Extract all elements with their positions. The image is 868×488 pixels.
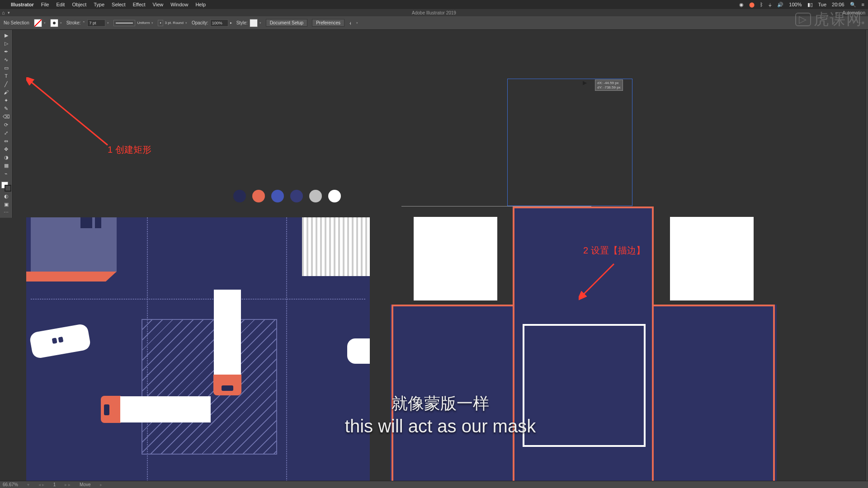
measure-tooltip: dX: -44.59 px dY: -738.59 px: [595, 80, 623, 91]
zoom-level[interactable]: 66.67%: [3, 482, 18, 487]
fill-stroke-swatch[interactable]: [1, 182, 11, 192]
annotation-1: 1 创建矩形: [108, 144, 151, 156]
doc-arrange-icon[interactable]: ▾: [8, 10, 10, 15]
stroke-none-swatch[interactable]: [50, 19, 58, 27]
tool-pen[interactable]: ✒: [1, 48, 11, 55]
subtitle-cn: 就像蒙版一样: [237, 393, 644, 414]
siri-icon[interactable]: ◉: [739, 2, 744, 8]
status-bar: 66.67% ▾ ◂ ▸ 1 ▸ ▸ Move ▸: [0, 481, 868, 488]
tool-pencil[interactable]: ✎: [1, 105, 11, 112]
tool-eraser[interactable]: ⌫: [1, 113, 11, 120]
brush-label: 3 pt. Round: [165, 21, 184, 25]
tool-rotate[interactable]: ⟳: [1, 121, 11, 128]
tool-line[interactable]: ╱: [1, 80, 11, 88]
car-shape: [29, 323, 91, 359]
stroke-label: Stroke:: [66, 20, 81, 25]
truck-vertical: [214, 290, 241, 375]
home-icon[interactable]: ⌂: [2, 10, 5, 15]
white-panel-right: [670, 217, 754, 300]
artboard-nav[interactable]: 1: [53, 482, 56, 487]
tool-free-transform[interactable]: ✥: [1, 145, 11, 153]
right-panel-collapsed[interactable]: [865, 30, 868, 481]
tool-color-mode[interactable]: ◐: [1, 192, 11, 200]
subtitle-en: this will act as our mask: [237, 414, 644, 438]
tool-shape-builder[interactable]: ◑: [1, 154, 11, 161]
opacity-input[interactable]: [210, 19, 228, 27]
tool-rectangle[interactable]: ▭: [1, 64, 11, 71]
spotlight-icon[interactable]: 🔍: [850, 2, 856, 8]
menu-edit[interactable]: Edit: [56, 2, 65, 7]
wifi-icon[interactable]: ⏚: [769, 2, 772, 7]
orange-outline-left: [392, 305, 514, 481]
menu-view[interactable]: View: [153, 2, 164, 7]
canvas[interactable]: ▶ dX: -44.59 px dY: -738.59 px 1 创建矩形 2 …: [13, 30, 868, 481]
orange-outline-right: [652, 305, 775, 481]
tool-type[interactable]: T: [1, 72, 11, 80]
cursor-icon: ▶: [583, 80, 587, 86]
stroke-profile-label: Uniform: [137, 21, 150, 25]
watermark-icon: ▷: [795, 13, 811, 26]
menu-help[interactable]: Help: [195, 2, 206, 7]
mode-label: Move: [80, 482, 90, 487]
tool-gradient[interactable]: ▦: [1, 162, 11, 169]
drag-selection-rect: [507, 79, 632, 206]
menu-type[interactable]: Type: [94, 2, 104, 7]
tool-selection[interactable]: ▶: [1, 32, 11, 39]
opacity-flyout-icon[interactable]: ▸: [230, 21, 232, 25]
menu-window[interactable]: Window: [170, 2, 188, 7]
app-menu[interactable]: Illustrator: [11, 2, 34, 7]
document-setup-button[interactable]: Document Setup: [266, 19, 308, 27]
volume-icon[interactable]: 🔊: [777, 2, 783, 8]
tool-brush[interactable]: 🖌: [1, 89, 11, 96]
clock-time: 20:06: [832, 2, 844, 7]
brush-indicator[interactable]: •: [158, 20, 163, 26]
palette-dot-3: [271, 190, 284, 202]
stroke-weight-input[interactable]: [87, 19, 105, 27]
menu-select[interactable]: Select: [112, 2, 126, 7]
left-artwork: [26, 217, 370, 481]
style-swatch[interactable]: [250, 19, 258, 27]
notification-icon[interactable]: ≡: [862, 2, 864, 7]
clock-day: Tue: [818, 2, 827, 7]
align-icon[interactable]: ⫞: [349, 20, 352, 26]
battery-icon[interactable]: ▮▯: [807, 2, 813, 8]
left-toolbar: ▶ ▷ ✒ ∿ ▭ T ╱ 🖌 ✦ ✎ ⌫ ⟳ ⤢ ⇔ ✥ ◑ ▦ ⌁ ◐ ▣ …: [0, 30, 13, 218]
stroke-profile[interactable]: [113, 20, 135, 26]
palette-dot-6: [328, 190, 341, 202]
toolbar-more[interactable]: ⋯: [1, 209, 11, 216]
tool-curvature[interactable]: ∿: [1, 56, 11, 63]
control-bar: No Selection ▾ ▾ Stroke: ⌃ ▾ Uniform ▾ •…: [0, 16, 868, 30]
white-panel-left: [414, 217, 497, 300]
battery-pct: 100%: [789, 2, 802, 7]
annotation-arrow-2: [579, 260, 619, 301]
tool-width[interactable]: ⇔: [1, 137, 11, 145]
truck-horizontal: [120, 396, 211, 422]
menu-effect[interactable]: Effect: [133, 2, 146, 7]
menu-object[interactable]: Object: [72, 2, 86, 7]
svg-line-1: [582, 264, 614, 296]
tool-shaper[interactable]: ✦: [1, 97, 11, 104]
subtitle: 就像蒙版一样 this will act as our mask: [237, 393, 644, 438]
palette-dot-5: [309, 190, 322, 202]
preferences-button[interactable]: Preferences: [312, 19, 344, 27]
opacity-label: Opacity:: [192, 20, 208, 25]
palette-dot-1: [233, 190, 246, 202]
tool-eyedropper[interactable]: ⌁: [1, 170, 11, 177]
app-titlebar: ⌂ ▾ Adobe Illustrator 2019 ○ Automation: [0, 9, 868, 16]
svg-line-0: [30, 81, 108, 145]
annotation-arrow-1: [26, 77, 112, 150]
stroke-weight-stepper[interactable]: ⌃: [82, 21, 85, 25]
mac-menubar: Illustrator File Edit Object Type Select…: [0, 0, 868, 9]
color-palette: [233, 190, 341, 202]
tool-screen-mode[interactable]: ▣: [1, 201, 11, 208]
tool-scale[interactable]: ⤢: [1, 129, 11, 136]
cc-icon[interactable]: ⬤: [749, 2, 755, 8]
bluetooth-icon[interactable]: ᛒ: [760, 2, 763, 7]
menu-file[interactable]: File: [41, 2, 49, 7]
tool-direct-selection[interactable]: ▷: [1, 40, 11, 47]
selection-state: No Selection: [4, 20, 29, 25]
palette-dot-2: [252, 190, 265, 202]
fill-swatch[interactable]: [34, 19, 42, 27]
style-label: Style:: [236, 20, 248, 25]
watermark-text: 虎课网: [814, 9, 863, 30]
